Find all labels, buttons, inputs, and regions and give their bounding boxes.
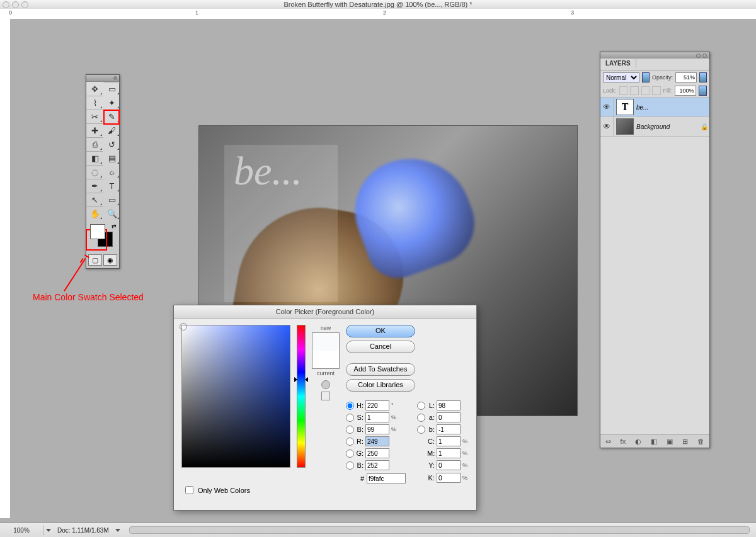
a-input[interactable] — [437, 412, 461, 422]
bl-input[interactable] — [365, 460, 389, 470]
tool-pen[interactable]: ✒ — [86, 179, 103, 193]
bb-radio[interactable] — [346, 426, 354, 434]
layers-footer-btn-2[interactable]: ◐ — [635, 438, 641, 446]
sv-cursor-icon[interactable] — [180, 323, 187, 331]
a-radio[interactable] — [417, 414, 425, 422]
tool-marquee[interactable]: ▭ — [103, 82, 120, 96]
l-radio[interactable] — [417, 402, 425, 410]
opacity-flyout-icon[interactable] — [699, 72, 707, 82]
layers-tab[interactable]: LAYERS — [600, 59, 636, 68]
status-menu-icon[interactable] — [46, 529, 51, 532]
layer-row[interactable]: 👁Tbe... — [600, 98, 709, 117]
tool-crop[interactable]: ✂ — [86, 110, 103, 123]
l-input[interactable] — [437, 400, 461, 410]
tool-lasso[interactable]: ⌇ — [86, 96, 103, 110]
cancel-button[interactable]: Cancel — [346, 341, 415, 353]
tool-history-brush[interactable]: ↺ — [103, 137, 120, 151]
tool-magic-wand[interactable]: ✦ — [103, 96, 120, 110]
fill-flyout-icon[interactable] — [699, 86, 707, 96]
tool-stamp[interactable]: ⎙ — [86, 137, 103, 151]
tool-dodge[interactable]: ☼ — [103, 165, 120, 179]
lock-all-icon[interactable] — [652, 86, 661, 95]
layer-row[interactable]: 👁Background🔒 — [600, 117, 709, 137]
lock-transparency-icon[interactable] — [619, 86, 628, 95]
tools-panel-header[interactable] — [86, 75, 119, 82]
tools-panel[interactable]: ✥▭⌇✦✂✎✚🖌⎙↺◧▤◌☼✒T↖▭✋🔍 ⇄ ▢ ◉ — [86, 74, 120, 269]
add-to-swatches-button[interactable]: Add To Swatches — [346, 363, 415, 376]
tool-eyedropper[interactable]: ✎ — [103, 110, 120, 123]
lock-image-icon[interactable] — [630, 86, 639, 95]
tool-brush[interactable]: 🖌 — [103, 123, 120, 137]
opacity-input[interactable] — [675, 72, 697, 82]
hex-input[interactable] — [367, 473, 406, 483]
zoom-level[interactable]: 100% — [0, 526, 43, 535]
layers-footer: ⇔fx◐◧▣⊞🗑 — [600, 434, 709, 448]
bl-radio[interactable] — [346, 461, 354, 470]
h-radio[interactable] — [346, 402, 354, 410]
g-input[interactable] — [365, 448, 389, 458]
fill-input[interactable] — [675, 86, 696, 96]
tool-path-select[interactable]: ↖ — [86, 193, 103, 206]
tool-blur[interactable]: ◌ — [86, 165, 103, 179]
hue-pointer-left-icon[interactable] — [294, 377, 297, 382]
web-safe-warning-icon[interactable] — [321, 392, 330, 400]
swap-colors-icon[interactable]: ⇄ — [112, 223, 117, 229]
ok-button[interactable]: OK — [346, 325, 415, 337]
gamut-warning-icon[interactable] — [321, 380, 330, 389]
tool-move[interactable]: ✥ — [86, 82, 103, 96]
layers-footer-btn-6[interactable]: 🗑 — [697, 438, 704, 445]
layers-footer-btn-5[interactable]: ⊞ — [682, 438, 688, 446]
c-input[interactable] — [437, 436, 461, 446]
only-web-colors-checkbox[interactable]: Only Web Colors — [183, 484, 250, 496]
tool-eraser[interactable]: ◧ — [86, 151, 103, 165]
text-layer-be[interactable]: be... — [234, 148, 302, 195]
tool-healing[interactable]: ✚ — [86, 123, 103, 137]
layers-footer-btn-4[interactable]: ▣ — [667, 438, 673, 446]
ruler-vertical[interactable] — [0, 19, 11, 518]
s-radio[interactable] — [346, 414, 354, 422]
foreground-color-swatch[interactable] — [90, 224, 105, 239]
dialog-title: Color Picker (Foreground Color) — [174, 305, 476, 319]
bb-input[interactable] — [365, 424, 389, 434]
layers-panel[interactable]: LAYERS Normal Opacity: Lock: Fill: 👁Tbe.… — [600, 52, 710, 448]
hue-pointer-right-icon[interactable] — [305, 377, 308, 382]
layers-panel-header[interactable] — [600, 52, 709, 59]
standard-mode-button[interactable]: ▢ — [88, 254, 102, 266]
r-radio[interactable] — [346, 438, 354, 446]
layers-footer-btn-1[interactable]: fx — [621, 438, 626, 445]
new-current-swatch[interactable] — [312, 332, 340, 369]
b-input[interactable] — [437, 424, 461, 434]
y-input[interactable] — [437, 460, 461, 470]
visibility-icon[interactable]: 👁 — [600, 98, 614, 116]
ruler-horizontal[interactable]: 0 1 2 3 — [0, 9, 756, 20]
mac-titlebar: Broken Butterfly with Desaturate.jpg @ 1… — [0, 0, 756, 9]
quick-mask-button[interactable]: ◉ — [103, 254, 117, 266]
visibility-icon[interactable]: 👁 — [600, 117, 614, 136]
hue-slider[interactable] — [297, 325, 306, 468]
tool-zoom[interactable]: 🔍 — [103, 206, 120, 220]
s-input[interactable] — [365, 412, 389, 422]
tool-gradient[interactable]: ▤ — [103, 151, 120, 165]
tool-shape[interactable]: ▭ — [103, 193, 120, 206]
m-input[interactable] — [437, 448, 461, 458]
layer-name[interactable]: Background — [636, 123, 699, 130]
saturation-value-field[interactable] — [181, 325, 290, 468]
r-input[interactable] — [365, 436, 389, 446]
lock-position-icon[interactable] — [641, 86, 650, 95]
tool-type[interactable]: T — [103, 179, 120, 193]
layer-name[interactable]: be... — [636, 104, 699, 111]
h-input[interactable] — [365, 400, 389, 410]
b-radio[interactable] — [417, 426, 425, 434]
tool-hand[interactable]: ✋ — [86, 206, 103, 220]
color-libraries-button[interactable]: Color Libraries — [346, 379, 415, 392]
blend-mode-dropdown-icon[interactable] — [642, 72, 650, 82]
k-input[interactable] — [437, 473, 461, 483]
g-radio[interactable] — [346, 449, 354, 458]
horizontal-scrollbar[interactable] — [129, 526, 750, 534]
layers-footer-btn-3[interactable]: ◧ — [651, 438, 657, 446]
status-menu2-icon[interactable] — [115, 529, 120, 532]
layers-footer-btn-0[interactable]: ⇔ — [605, 438, 611, 446]
blend-mode-select[interactable]: Normal — [603, 72, 639, 82]
window-controls[interactable] — [3, 1, 28, 8]
color-picker-dialog[interactable]: Color Picker (Foreground Color) new curr… — [173, 305, 477, 511]
